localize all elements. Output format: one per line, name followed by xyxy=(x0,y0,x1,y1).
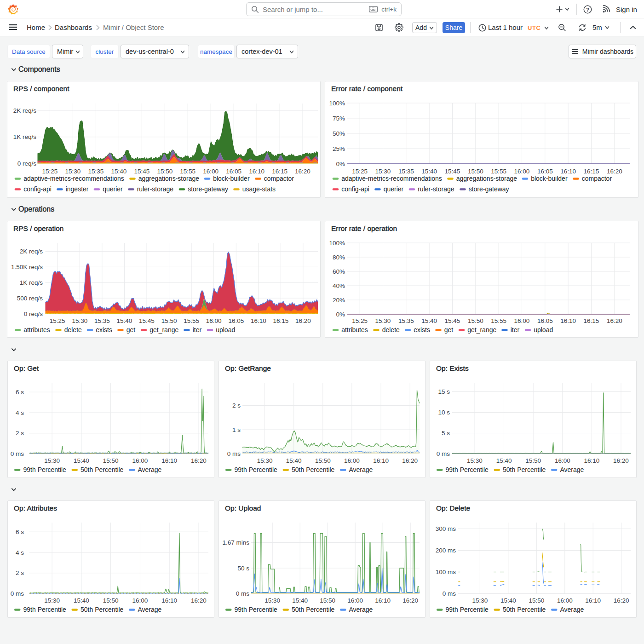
svg-text:15:55: 15:55 xyxy=(180,168,196,175)
svg-text:2 s: 2 s xyxy=(16,430,24,437)
svg-text:get_range: get_range xyxy=(150,326,178,334)
svg-text:16:00: 16:00 xyxy=(514,317,530,324)
svg-text:2 s: 2 s xyxy=(16,569,24,576)
svg-text:15:50: 15:50 xyxy=(468,168,483,175)
svg-text:15:45: 15:45 xyxy=(134,168,150,175)
svg-text:80%: 80% xyxy=(333,254,345,261)
svg-text:2 s: 2 s xyxy=(232,402,241,409)
svg-text:300 ms: 300 ms xyxy=(436,525,456,532)
svg-text:15:40: 15:40 xyxy=(292,597,308,604)
svg-text:15:55: 15:55 xyxy=(491,168,506,175)
svg-text:16:00: 16:00 xyxy=(344,457,360,464)
svg-text:100%: 100% xyxy=(329,240,345,247)
svg-text:iter: iter xyxy=(193,326,202,334)
svg-text:15:35: 15:35 xyxy=(398,317,414,324)
svg-text:ingester: ingester xyxy=(66,185,89,193)
svg-text:15:40: 15:40 xyxy=(496,457,512,464)
svg-text:config-api: config-api xyxy=(341,185,369,193)
svg-text:50th Percentile: 50th Percentile xyxy=(503,606,546,613)
svg-text:15:25: 15:25 xyxy=(42,168,58,175)
svg-text:16:10: 16:10 xyxy=(251,317,266,324)
svg-text:2K req/s: 2K req/s xyxy=(20,248,43,255)
svg-text:16:00: 16:00 xyxy=(206,317,222,324)
svg-text:15:50: 15:50 xyxy=(468,317,483,324)
svg-text:15:40: 15:40 xyxy=(74,457,89,464)
svg-text:16:10: 16:10 xyxy=(375,597,391,604)
svg-text:ruler-storage: ruler-storage xyxy=(137,185,174,193)
svg-text:50%: 50% xyxy=(333,130,345,137)
svg-text:25%: 25% xyxy=(333,145,345,152)
svg-text:99th Percentile: 99th Percentile xyxy=(235,466,278,473)
svg-text:querier: querier xyxy=(103,185,123,193)
svg-text:15:30: 15:30 xyxy=(44,457,60,464)
svg-text:99th Percentile: 99th Percentile xyxy=(446,606,489,613)
svg-text:99th Percentile: 99th Percentile xyxy=(235,606,278,613)
svg-text:Op: Delete: Op: Delete xyxy=(436,504,470,512)
svg-text:15:45: 15:45 xyxy=(445,317,460,324)
svg-text:15:25: 15:25 xyxy=(352,168,368,175)
svg-text:15:50: 15:50 xyxy=(320,597,335,604)
svg-text:15:50: 15:50 xyxy=(157,168,172,175)
svg-text:0 ms: 0 ms xyxy=(11,590,24,597)
svg-text:15:55: 15:55 xyxy=(491,317,506,324)
svg-text:16:00: 16:00 xyxy=(347,597,363,604)
svg-text:Average: Average xyxy=(349,606,373,613)
svg-text:16:20: 16:20 xyxy=(191,597,207,604)
svg-text:200 ms: 200 ms xyxy=(436,547,456,554)
svg-text:16:10: 16:10 xyxy=(161,457,177,464)
svg-text:16:05: 16:05 xyxy=(537,168,553,175)
svg-text:10 s: 10 s xyxy=(438,409,450,416)
svg-text:aggregations-storage: aggregations-storage xyxy=(138,175,200,182)
svg-text:15:25: 15:25 xyxy=(352,317,368,324)
svg-text:RPS / operation: RPS / operation xyxy=(13,224,63,232)
svg-text:Op: GetRange: Op: GetRange xyxy=(225,364,271,372)
svg-text:attributes: attributes xyxy=(23,326,50,334)
svg-text:upload: upload xyxy=(216,326,235,334)
svg-text:15:40: 15:40 xyxy=(111,168,127,175)
svg-text:15:40: 15:40 xyxy=(286,457,302,464)
svg-text:15:55: 15:55 xyxy=(184,317,199,324)
svg-text:Op: Exists: Op: Exists xyxy=(436,364,469,372)
svg-text:0 req/s: 0 req/s xyxy=(24,310,43,317)
svg-text:delete: delete xyxy=(382,326,400,334)
svg-text:15:30: 15:30 xyxy=(72,317,87,324)
svg-text:16:20: 16:20 xyxy=(191,457,207,464)
svg-text:15:30: 15:30 xyxy=(65,168,81,175)
svg-text:15:50: 15:50 xyxy=(103,597,119,604)
svg-text:16:20: 16:20 xyxy=(614,597,629,604)
svg-text:16:20: 16:20 xyxy=(607,168,622,175)
svg-text:16:20: 16:20 xyxy=(295,168,310,175)
svg-text:ruler-storage: ruler-storage xyxy=(418,185,454,193)
svg-text:16:05: 16:05 xyxy=(228,317,244,324)
svg-text:99th Percentile: 99th Percentile xyxy=(446,466,489,473)
svg-text:99th Percentile: 99th Percentile xyxy=(23,466,67,473)
svg-text:5 s: 5 s xyxy=(442,430,450,437)
svg-text:15:30: 15:30 xyxy=(375,168,391,175)
svg-text:store-gateway: store-gateway xyxy=(469,185,509,193)
svg-text:Error rate / operation: Error rate / operation xyxy=(331,224,397,232)
svg-text:16:20: 16:20 xyxy=(402,457,418,464)
svg-text:16:05: 16:05 xyxy=(226,168,242,175)
svg-text:16:20: 16:20 xyxy=(402,597,418,604)
svg-text:20%: 20% xyxy=(333,297,345,304)
svg-text:6 s: 6 s xyxy=(16,529,24,535)
svg-text:attributes: attributes xyxy=(341,326,368,334)
svg-text:16:10: 16:10 xyxy=(373,457,389,464)
svg-text:block-builder: block-builder xyxy=(531,175,568,182)
svg-text:0%: 0% xyxy=(336,161,345,167)
svg-text:0%: 0% xyxy=(336,311,345,318)
svg-text:15:30: 15:30 xyxy=(257,457,273,464)
svg-text:16:00: 16:00 xyxy=(514,168,530,175)
svg-text:15:35: 15:35 xyxy=(398,168,414,175)
svg-text:15:30: 15:30 xyxy=(375,317,391,324)
svg-text:15:45: 15:45 xyxy=(445,168,460,175)
svg-text:16:00: 16:00 xyxy=(555,457,570,464)
svg-text:16:15: 16:15 xyxy=(584,317,599,324)
svg-text:16:05: 16:05 xyxy=(537,317,553,324)
svg-text:4 s: 4 s xyxy=(16,549,24,556)
svg-text:15:40: 15:40 xyxy=(117,317,132,324)
svg-text:50th Percentile: 50th Percentile xyxy=(292,466,335,473)
svg-text:6 s: 6 s xyxy=(16,389,24,396)
svg-text:delete: delete xyxy=(64,326,82,334)
svg-text:15:50: 15:50 xyxy=(315,457,331,464)
